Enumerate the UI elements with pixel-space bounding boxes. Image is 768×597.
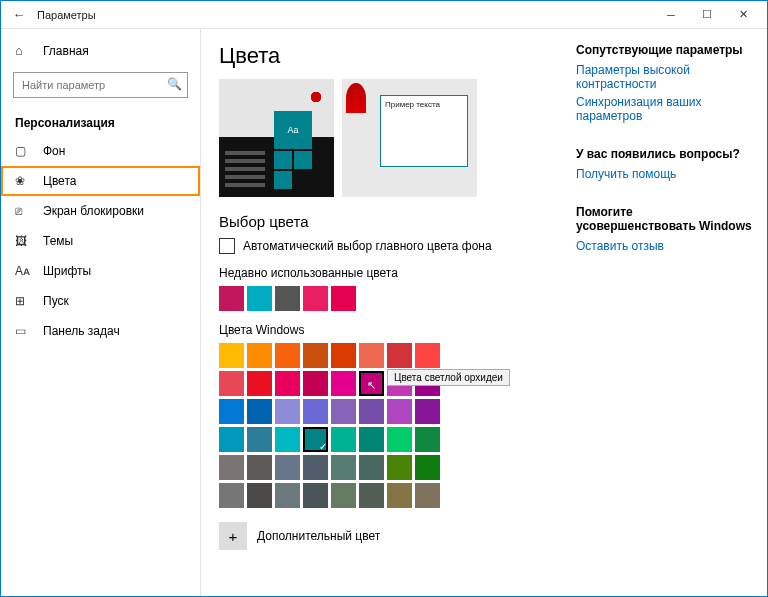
color-swatch[interactable] bbox=[219, 483, 244, 508]
page-heading: Цвета bbox=[219, 43, 554, 69]
color-swatch[interactable] bbox=[359, 455, 384, 480]
sidebar-section-header: Персонализация bbox=[1, 106, 200, 136]
nav-label: Экран блокировки bbox=[43, 204, 144, 218]
color-swatch[interactable]: Цвета светлой орхидеи↖ bbox=[359, 371, 384, 396]
recent-color-swatch[interactable] bbox=[303, 286, 328, 311]
color-swatch[interactable] bbox=[331, 343, 356, 368]
preview-tile-aa: Aa bbox=[274, 111, 312, 149]
preview-row: Aa Пример текста bbox=[219, 79, 554, 197]
related-link[interactable]: Оставить отзыв bbox=[576, 239, 753, 253]
auto-color-toggle[interactable]: Автоматический выбор главного цвета фона bbox=[219, 238, 554, 254]
preview-window-text: Пример текста bbox=[380, 95, 468, 167]
color-swatch[interactable] bbox=[247, 455, 272, 480]
color-swatch[interactable] bbox=[303, 455, 328, 480]
color-swatch[interactable] bbox=[219, 427, 244, 452]
nav-icon: ▭ bbox=[15, 324, 33, 338]
color-swatch[interactable] bbox=[219, 399, 244, 424]
nav-item-3[interactable]: 🖼Темы bbox=[1, 226, 200, 256]
nav-item-2[interactable]: ⎚Экран блокировки bbox=[1, 196, 200, 226]
color-swatch[interactable] bbox=[331, 483, 356, 508]
color-swatch[interactable] bbox=[359, 343, 384, 368]
back-button[interactable]: ← bbox=[7, 7, 31, 22]
color-swatch[interactable] bbox=[387, 455, 412, 480]
color-swatch[interactable] bbox=[359, 427, 384, 452]
color-swatch[interactable] bbox=[275, 371, 300, 396]
color-swatch[interactable] bbox=[359, 483, 384, 508]
titlebar: ← Параметры ─ ☐ ✕ bbox=[1, 1, 767, 29]
color-swatch[interactable] bbox=[303, 371, 328, 396]
preview-start-menu: Aa bbox=[219, 79, 334, 197]
nav-label: Фон bbox=[43, 144, 65, 158]
home-icon: ⌂ bbox=[15, 43, 33, 58]
color-swatch[interactable] bbox=[415, 483, 440, 508]
color-swatch[interactable] bbox=[275, 427, 300, 452]
nav-icon: ▢ bbox=[15, 144, 33, 158]
search-input[interactable] bbox=[13, 72, 188, 98]
color-swatch[interactable] bbox=[247, 371, 272, 396]
nav-item-1[interactable]: ❀Цвета bbox=[1, 166, 200, 196]
auto-color-label: Автоматический выбор главного цвета фона bbox=[243, 239, 492, 253]
color-swatch[interactable] bbox=[415, 455, 440, 480]
recent-colors-label: Недавно использованные цвета bbox=[219, 266, 554, 280]
color-swatch[interactable] bbox=[219, 455, 244, 480]
cursor-icon: ↖ bbox=[367, 379, 376, 392]
color-swatch[interactable] bbox=[387, 427, 412, 452]
flower-icon bbox=[304, 85, 328, 109]
color-swatch[interactable] bbox=[359, 399, 384, 424]
related-link[interactable]: Синхронизация ваших параметров bbox=[576, 95, 753, 123]
recent-colors-row bbox=[219, 286, 554, 311]
color-swatch[interactable] bbox=[275, 483, 300, 508]
color-swatch[interactable] bbox=[303, 343, 328, 368]
related-link[interactable]: Получить помощь bbox=[576, 167, 753, 181]
recent-color-swatch[interactable] bbox=[331, 286, 356, 311]
color-swatch[interactable] bbox=[387, 343, 412, 368]
color-swatch[interactable] bbox=[387, 399, 412, 424]
nav-label: Пуск bbox=[43, 294, 69, 308]
nav-item-6[interactable]: ▭Панель задач bbox=[1, 316, 200, 346]
checkbox-icon bbox=[219, 238, 235, 254]
nav-item-4[interactable]: AᴀШрифты bbox=[1, 256, 200, 286]
close-button[interactable]: ✕ bbox=[725, 1, 761, 28]
color-swatch[interactable] bbox=[275, 343, 300, 368]
related-link[interactable]: Параметры высокой контрастности bbox=[576, 63, 753, 91]
recent-color-swatch[interactable] bbox=[247, 286, 272, 311]
nav-item-5[interactable]: ⊞Пуск bbox=[1, 286, 200, 316]
color-swatch[interactable] bbox=[331, 399, 356, 424]
color-swatch[interactable] bbox=[415, 399, 440, 424]
minimize-button[interactable]: ─ bbox=[653, 1, 689, 28]
color-swatch[interactable] bbox=[247, 343, 272, 368]
windows-colors-grid: Цвета светлой орхидеи↖ bbox=[219, 343, 443, 508]
color-swatch[interactable] bbox=[247, 483, 272, 508]
color-swatch[interactable] bbox=[415, 427, 440, 452]
color-swatch[interactable] bbox=[275, 399, 300, 424]
choose-color-heading: Выбор цвета bbox=[219, 213, 554, 230]
color-swatch[interactable] bbox=[219, 371, 244, 396]
recent-color-swatch[interactable] bbox=[219, 286, 244, 311]
color-swatch[interactable] bbox=[331, 427, 356, 452]
color-swatch[interactable] bbox=[219, 343, 244, 368]
color-swatch[interactable] bbox=[247, 399, 272, 424]
color-swatch[interactable] bbox=[387, 483, 412, 508]
preview-active-window: Пример текста bbox=[342, 79, 477, 197]
color-swatch[interactable] bbox=[247, 427, 272, 452]
home-link[interactable]: ⌂ Главная bbox=[1, 37, 200, 64]
search-container: 🔍 bbox=[13, 72, 188, 98]
windows-colors-label: Цвета Windows bbox=[219, 323, 554, 337]
sidebar: ⌂ Главная 🔍 Персонализация ▢Фон❀Цвета⎚Эк… bbox=[1, 29, 201, 596]
color-swatch[interactable] bbox=[303, 427, 328, 452]
nav-label: Темы bbox=[43, 234, 73, 248]
flower-icon bbox=[346, 83, 366, 113]
color-swatch[interactable] bbox=[331, 455, 356, 480]
search-icon: 🔍 bbox=[167, 77, 182, 91]
maximize-button[interactable]: ☐ bbox=[689, 1, 725, 28]
color-swatch[interactable] bbox=[275, 455, 300, 480]
color-swatch[interactable] bbox=[415, 343, 440, 368]
nav-item-0[interactable]: ▢Фон bbox=[1, 136, 200, 166]
custom-color-button[interactable]: + bbox=[219, 522, 247, 550]
color-swatch[interactable] bbox=[331, 371, 356, 396]
color-swatch[interactable] bbox=[303, 483, 328, 508]
recent-color-swatch[interactable] bbox=[275, 286, 300, 311]
nav-icon: 🖼 bbox=[15, 234, 33, 248]
color-tooltip: Цвета светлой орхидеи bbox=[387, 369, 510, 386]
color-swatch[interactable] bbox=[303, 399, 328, 424]
